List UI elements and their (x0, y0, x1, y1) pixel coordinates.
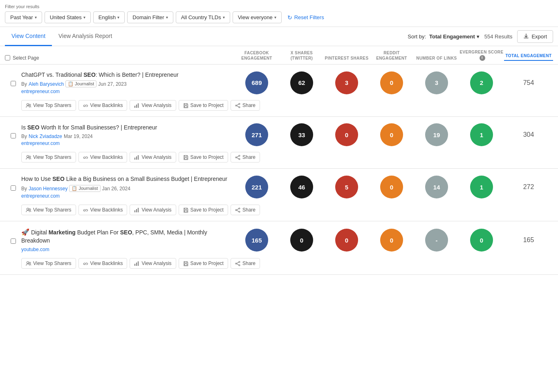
reddit-metric: 0 (369, 176, 414, 198)
row-actions: View Top Sharers View Backlinks View Ana… (0, 98, 558, 116)
select-all-checkbox[interactable] (5, 55, 10, 60)
share-button[interactable]: Share (231, 152, 260, 163)
analysis-icon (134, 261, 139, 266)
view-top-sharers-button[interactable]: View Top Sharers (21, 205, 76, 215)
view-top-sharers-button[interactable]: View Top Sharers (21, 258, 76, 269)
filter-time[interactable]: Past Year ▾ (5, 11, 42, 23)
pinterest-metric: 5 (324, 176, 369, 198)
metric-circle: 2 (470, 71, 493, 94)
export-label: Export (531, 33, 547, 40)
row-checkbox[interactable] (11, 133, 16, 138)
reset-filters-button[interactable]: ↻ Reset Filters (284, 12, 327, 23)
evergreen-metric: 1 (459, 123, 504, 146)
tab-view-content[interactable]: View Content (5, 27, 52, 46)
metric-circle: 46 (290, 176, 313, 198)
view-analysis-button[interactable]: View Analysis (130, 152, 176, 163)
save-to-project-button[interactable]: Save to Project (179, 152, 228, 163)
article-domain[interactable]: entrepreneur.com (21, 140, 230, 146)
row-checkbox[interactable] (11, 185, 16, 191)
sort-by-dropdown[interactable]: Sort by: Total Engagement ▾ (408, 33, 480, 40)
filter-buttons: Past Year ▾ United States ▾ English ▾ Do… (5, 11, 553, 23)
save-to-project-button[interactable]: Save to Project (179, 205, 228, 215)
metric-circle: 62 (290, 71, 313, 94)
share-icon (235, 155, 240, 160)
filter-language[interactable]: English ▾ (93, 11, 125, 23)
analysis-icon (134, 207, 139, 213)
share-icon (235, 261, 240, 266)
filter-label: Filter your results (5, 4, 553, 9)
filter-view[interactable]: View everyone ▾ (233, 11, 282, 23)
chevron-down-icon: ▾ (35, 15, 37, 20)
export-button[interactable]: Export (517, 30, 553, 43)
article-domain[interactable]: entrepreneur.com (21, 89, 230, 94)
view-analysis-button[interactable]: View Analysis (130, 205, 176, 215)
save-icon (183, 207, 188, 213)
select-page-label[interactable]: Select Page (13, 55, 39, 61)
article-domain[interactable]: entrepreneur.com (21, 193, 230, 199)
links-metric: 14 (414, 176, 459, 198)
article-title: ChatGPT vs. Traditional SEO: Which is Be… (21, 71, 230, 79)
row-actions: View Top Sharers View Backlinks View Ana… (0, 202, 558, 221)
metric-circle: 1 (470, 123, 493, 146)
view-backlinks-button[interactable]: View Backlinks (78, 205, 128, 215)
metric-circle: 0 (380, 229, 403, 252)
pinterest-col-header: PINTEREST SHARES (324, 56, 369, 61)
svg-point-10 (29, 156, 31, 158)
save-icon (183, 155, 188, 160)
svg-rect-4 (138, 103, 139, 108)
author-link[interactable]: Aleh Barysevich (29, 81, 64, 87)
metric-circle: 33 (290, 123, 313, 146)
filter-tld[interactable]: All Country TLDs ▾ (176, 11, 230, 23)
svg-point-16 (239, 158, 240, 160)
metric-circle: 0 (335, 123, 358, 146)
backlinks-icon (83, 207, 88, 213)
row-top: ChatGPT vs. Traditional SEO: Which is Be… (0, 65, 558, 98)
view-top-sharers-button[interactable]: View Top Sharers (21, 152, 76, 163)
svg-point-18 (27, 208, 29, 210)
filter-country[interactable]: United States ▾ (45, 11, 91, 23)
view-backlinks-button[interactable]: View Backlinks (78, 100, 128, 111)
row-checkbox-cell (5, 131, 21, 138)
pinterest-metric: 0 (324, 229, 369, 252)
view-analysis-button[interactable]: View Analysis (130, 258, 176, 269)
metric-circle: 0 (335, 229, 358, 252)
evergreen-info-icon[interactable]: i (480, 55, 485, 61)
facebook-metric: 689 (234, 71, 279, 94)
save-to-project-button[interactable]: Save to Project (179, 258, 228, 269)
share-button[interactable]: Share (231, 205, 260, 215)
row-actions: View Top Sharers View Backlinks View Ana… (0, 149, 558, 168)
article-info: 🚀 Digital Marketing Budget Plan For SEO,… (21, 228, 234, 252)
view-backlinks-button[interactable]: View Backlinks (78, 258, 128, 269)
total-engagement: 304 (504, 131, 553, 138)
svg-rect-29 (134, 264, 135, 266)
x-shares-metric: 62 (279, 71, 324, 94)
facebook-metric: 271 (234, 123, 279, 146)
share-button[interactable]: Share (231, 100, 260, 111)
filter-bar: Filter your results Past Year ▾ United S… (0, 0, 558, 27)
article-domain[interactable]: youtube.com (21, 247, 230, 252)
links-metric: 3 (414, 71, 459, 94)
view-top-sharers-button[interactable]: View Top Sharers (21, 100, 76, 111)
article-meta: By Jason Hennessey 📋 Journalist Jan 26, … (21, 185, 230, 192)
metric-circle: 221 (245, 176, 268, 198)
row-checkbox-cell (5, 79, 21, 86)
svg-rect-32 (184, 264, 187, 265)
author-link[interactable]: Nick Zviadadze (29, 134, 62, 139)
save-icon (183, 103, 188, 108)
total-engagement: 754 (504, 79, 553, 87)
view-backlinks-button[interactable]: View Backlinks (78, 152, 128, 163)
tab-view-analysis[interactable]: View Analysis Report (52, 27, 119, 46)
svg-rect-13 (138, 155, 139, 160)
total-col-header: TOTAL ENGAGEMENT (504, 53, 553, 61)
save-to-project-button[interactable]: Save to Project (179, 100, 228, 111)
share-button[interactable]: Share (231, 258, 260, 269)
view-analysis-button[interactable]: View Analysis (130, 100, 176, 111)
sort-by-label: Sort by: (408, 33, 426, 40)
metric-circle: 271 (245, 123, 268, 146)
filter-domain[interactable]: Domain Filter ▾ (127, 11, 173, 23)
pinterest-metric: 3 (324, 71, 369, 94)
author-link[interactable]: Jason Hennessey (29, 186, 67, 192)
row-checkbox[interactable] (11, 81, 16, 86)
metric-circle: 0 (290, 229, 313, 252)
row-checkbox[interactable] (11, 238, 16, 244)
